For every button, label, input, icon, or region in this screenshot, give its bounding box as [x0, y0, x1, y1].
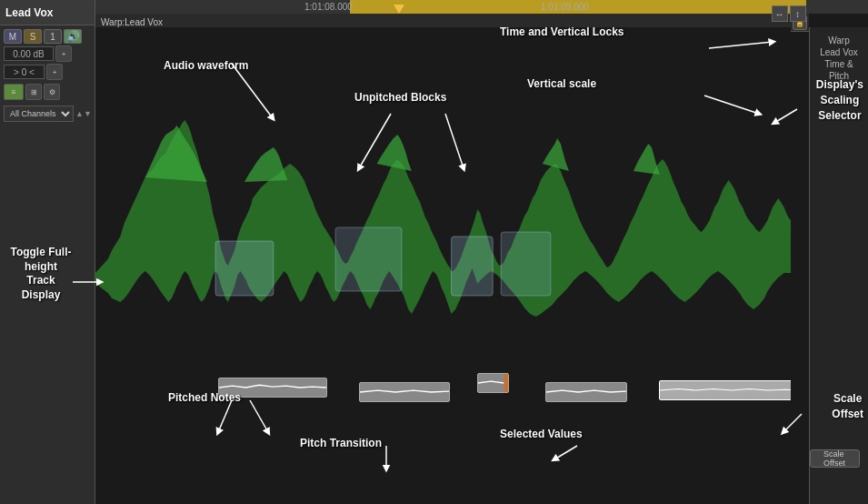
- svg-rect-3: [335, 227, 402, 291]
- pitched-note-1[interactable]: [218, 378, 327, 398]
- solo-button[interactable]: S: [24, 29, 42, 44]
- svg-rect-2: [215, 241, 274, 296]
- track-controls: M S 1 🔊 0.00 dB + > 0 < + ≡ ⊞ ⚙ All Chan…: [0, 25, 95, 126]
- volume-inc-button[interactable]: +: [55, 45, 72, 62]
- toggle-icon-2[interactable]: ⊞: [25, 84, 42, 100]
- nav-buttons: ↔ ↕: [768, 0, 809, 27]
- scale-offset-button[interactable]: ScaleOffset: [810, 449, 860, 468]
- svg-rect-4: [452, 237, 494, 296]
- svg-rect-5: [501, 232, 551, 296]
- mute-button[interactable]: M: [4, 29, 22, 44]
- toggle-icon-1[interactable]: ≡: [4, 84, 24, 100]
- main-area: Warp:Lead Vox 🔒 ↔ ↕ Pitch ▲▼ G₅ F₅ E₅ D₅…: [95, 0, 868, 504]
- header-title: Warp:Lead Vox: [101, 17, 163, 27]
- warp-label: WarpLead VoxTime &Pitch: [816, 31, 862, 86]
- track-header: Lead Vox M S 1 🔊 0.00 dB + > 0 < + ≡ ⊞ ⚙…: [0, 0, 95, 504]
- pan-display[interactable]: > 0 <: [4, 65, 45, 79]
- waveform-area[interactable]: G₅ F₅ E₅ D₅ C₅ B₄ A₄ G₄ F₄ E₄ D₄ C₄: [95, 27, 791, 504]
- arm-button[interactable]: 1: [44, 29, 62, 44]
- waveform-svg: [95, 27, 791, 504]
- pitched-note-2[interactable]: [359, 382, 450, 402]
- pan-inc-button[interactable]: +: [46, 64, 63, 80]
- svg-rect-9: [504, 374, 508, 392]
- horizontal-nav-button[interactable]: ↔: [772, 5, 788, 22]
- toggle-fullheight-label: Toggle Full-height TrackDisplay: [9, 246, 73, 302]
- track-name: Lead Vox: [0, 0, 95, 25]
- right-sidebar: WarpLead VoxTime &Pitch ScaleOffset: [809, 27, 868, 504]
- channel-select[interactable]: All Channels: [4, 106, 74, 122]
- svg-rect-6: [219, 378, 326, 397]
- pitch-transition-note[interactable]: [477, 373, 509, 393]
- volume-display[interactable]: 0.00 dB: [4, 46, 54, 61]
- settings-icon[interactable]: ⚙: [44, 84, 60, 100]
- vertical-nav-button[interactable]: ↕: [790, 5, 806, 22]
- monitor-button[interactable]: 🔊: [64, 29, 82, 44]
- pitched-note-4[interactable]: [545, 382, 627, 402]
- selected-note[interactable]: [659, 380, 791, 400]
